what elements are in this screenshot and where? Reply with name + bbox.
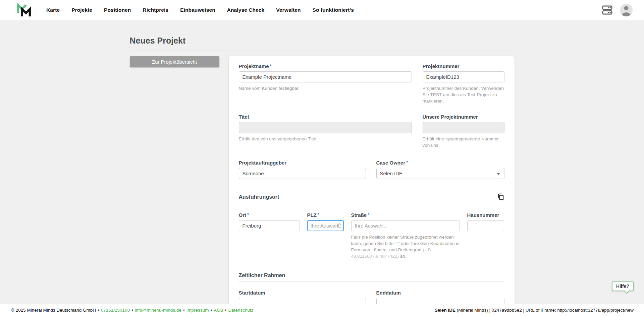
projektnummer-label: Projektnummer (423, 63, 504, 69)
zeitlicher-rahmen-section-header: Zeitlicher Rahmen (239, 272, 504, 278)
plz-label: PLZ* (307, 212, 344, 218)
unsere-projektnummer-input (423, 122, 504, 133)
field-hausnummer: Hausnummer (467, 212, 504, 260)
unsere-projektnummer-help: Erhält eine systemgenerierte Nummer von … (423, 136, 504, 149)
footer-link-agb[interactable]: AGB (214, 308, 223, 313)
ausfuehrungsort-section-header: Ausführungsort (239, 193, 504, 201)
zeitlicher-rahmen-title: Zeitlicher Rahmen (239, 272, 285, 278)
back-to-project-overview-button[interactable]: Zur Projektübersicht (130, 56, 219, 67)
copy-address-button[interactable] (497, 193, 504, 201)
nav-item-analyse-check[interactable]: Analyse Check (227, 7, 265, 13)
projektname-input[interactable] (239, 71, 412, 82)
navbar-right-icons (602, 4, 633, 16)
hausnummer-label: Hausnummer (467, 212, 504, 218)
required-asterisk: * (247, 212, 249, 217)
unsere-projektnummer-label: Unsere Projektnummer (423, 114, 504, 120)
field-titel: Titel Erhält den von uns vorgegebenen Ti… (239, 114, 412, 149)
hausnummer-input[interactable] (467, 220, 504, 231)
left-column: Zur Projektübersicht (130, 56, 219, 67)
user-avatar[interactable] (620, 4, 633, 16)
required-asterisk: * (368, 212, 369, 217)
mineral-minds-logo-icon[interactable] (16, 3, 32, 17)
project-form-card: Projektname* Name vom Kunden festlegbar … (229, 56, 515, 316)
top-navbar: Karte Projekte Positionen Richtpreis Ein… (0, 0, 644, 20)
projektnummer-input[interactable] (423, 71, 504, 82)
titel-label: Titel (239, 114, 412, 120)
footer-link-email[interactable]: info@mineral-minds.de (135, 308, 181, 313)
nav-item-projekte[interactable]: Projekte (71, 7, 92, 13)
help-bubble-button[interactable]: Hilfe? (612, 281, 634, 291)
nav-item-verwalten[interactable]: Verwalten (276, 7, 301, 13)
ausfuehrungsort-title: Ausführungsort (239, 194, 279, 200)
server-rack-icon[interactable] (602, 5, 612, 15)
nav-item-positionen[interactable]: Positionen (104, 7, 131, 13)
strasse-input[interactable] (351, 220, 460, 231)
avatar-body-shape (622, 12, 631, 16)
titel-input (239, 122, 412, 133)
strasse-help: Falls die Position keiner Straße zugeord… (351, 234, 460, 260)
ort-input[interactable] (239, 220, 300, 231)
field-ort: Ort* (239, 212, 300, 260)
footer-session-info: Selen IDE (Mineral Minds) | 0247a9dbb5e2… (435, 308, 634, 313)
projektnummer-help: Projektnummer des Kunden. Verwenden Sie … (423, 85, 504, 105)
titel-help: Erhält den von uns vorgegebenen Titel. (239, 136, 412, 142)
nav-item-so-funktionierts[interactable]: So funktioniert's (313, 7, 354, 13)
right-column: Projektname* Name vom Kunden festlegbar … (229, 56, 515, 316)
footer-link-impressum[interactable]: Impressum (186, 308, 209, 313)
field-plz: PLZ* (307, 212, 344, 260)
field-case-owner: Case Owner* Selen IDE (376, 160, 504, 179)
projektname-label: Projektname* (239, 63, 412, 69)
avatar-head-shape (624, 6, 629, 10)
projektauftraggeber-input[interactable] (239, 168, 366, 179)
field-strasse: Straße* Falls die Position keiner Straße… (351, 212, 460, 260)
footer-link-datenschutz[interactable]: Datenschutz (228, 308, 253, 313)
ausfuehrungsort-divider (239, 204, 504, 204)
required-asterisk: * (270, 63, 272, 68)
zeitlicher-rahmen-divider (239, 281, 504, 282)
projektname-help: Name vom Kunden festlegbar (239, 85, 412, 92)
page-title: Neues Projekt (130, 36, 515, 46)
footer-left: © 2025 Mineral Minds Deutschland GmbH•07… (11, 308, 253, 313)
footer-link-phone[interactable]: 07151/250100 (101, 308, 130, 313)
field-unsere-projektnummer: Unsere Projektnummer Erhält eine systemg… (423, 114, 504, 149)
title-divider (130, 51, 515, 51)
case-owner-label: Case Owner* (376, 160, 504, 166)
startdatum-label: Startdatum (239, 290, 366, 296)
field-projektnummer: Projektnummer Projektnummer des Kunden. … (423, 63, 504, 105)
nav-item-richtpreis[interactable]: Richtpreis (143, 7, 168, 13)
nav-item-karte[interactable]: Karte (46, 7, 60, 13)
strasse-label: Straße* (351, 212, 460, 218)
ort-label: Ort* (239, 212, 300, 218)
main-nav: Karte Projekte Positionen Richtpreis Ein… (46, 7, 366, 13)
copyright-text: © 2025 Mineral Minds Deutschland GmbH (11, 308, 96, 313)
page-footer: © 2025 Mineral Minds Deutschland GmbH•07… (0, 304, 644, 316)
enddatum-label: Enddatum (376, 290, 504, 296)
field-projektname: Projektname* Name vom Kunden festlegbar (239, 63, 412, 105)
projektauftraggeber-label: Projektauftraggeber (239, 160, 366, 166)
field-projektauftraggeber: Projektauftraggeber (239, 160, 366, 179)
copy-icon (497, 193, 504, 201)
required-asterisk: * (406, 160, 408, 165)
required-asterisk: * (318, 212, 319, 217)
nav-item-einbauweisen[interactable]: Einbauweisen (180, 7, 215, 13)
main-content: Neues Projekt Zur Projektübersicht Proje… (130, 20, 515, 316)
case-owner-select[interactable]: Selen IDE (376, 168, 504, 179)
loading-spinner-icon (337, 224, 341, 228)
